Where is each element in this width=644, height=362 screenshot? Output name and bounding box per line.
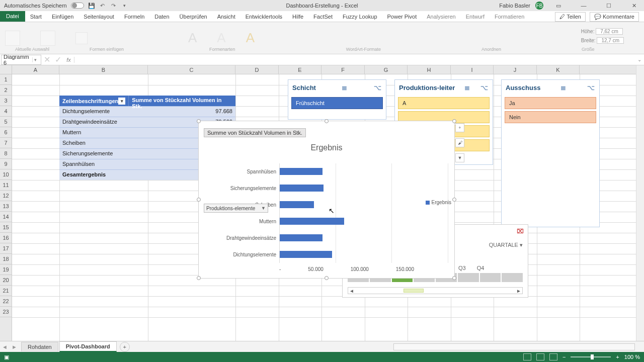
worksheet-grid[interactable]: ABCDEFGHIJK 1234567891011121314151617181…: [0, 65, 644, 341]
tab-formatieren[interactable]: Formatieren: [490, 12, 529, 22]
zoom-out-icon[interactable]: −: [562, 354, 566, 360]
clear-filter-icon[interactable]: ⌥: [373, 83, 382, 92]
sheet-tab-pivot-dashboard[interactable]: Pivot-Dashboard: [59, 341, 117, 352]
clear-timeline-icon[interactable]: ⌧: [517, 228, 524, 235]
chart-bar[interactable]: [280, 168, 323, 175]
column-header[interactable]: K: [537, 65, 580, 74]
chart-bar[interactable]: [280, 218, 344, 225]
pivot-filter-icon[interactable]: ▾: [118, 98, 125, 105]
vertical-scrollbar[interactable]: [636, 65, 644, 341]
zoom-level[interactable]: 100 %: [624, 354, 640, 360]
row-header[interactable]: 4: [0, 106, 12, 117]
tab-factset[interactable]: FactSet: [308, 12, 338, 22]
undo-icon[interactable]: ↶: [99, 2, 106, 9]
scroll-left-icon[interactable]: ◄: [348, 288, 355, 294]
chart-title[interactable]: Ergebnis: [199, 143, 454, 152]
slicer-item[interactable]: A: [398, 97, 490, 109]
row-header[interactable]: 2: [0, 85, 12, 96]
column-header[interactable]: J: [494, 65, 537, 74]
row-header[interactable]: 23: [0, 307, 12, 317]
tab-daten[interactable]: Daten: [149, 12, 174, 22]
slicer-schicht[interactable]: Schicht ≣ ⌥ Frühschicht: [288, 79, 386, 120]
row-header[interactable]: 13: [0, 201, 12, 212]
fx-icon[interactable]: fx: [63, 57, 74, 63]
close-icon[interactable]: ✕: [624, 0, 644, 11]
tab-seitenlayout[interactable]: Seitenlayout: [78, 12, 119, 22]
resize-handle[interactable]: [325, 276, 329, 280]
row-header[interactable]: 7: [0, 138, 12, 148]
tab-entwurf[interactable]: Entwurf: [461, 12, 490, 22]
row-header[interactable]: 11: [0, 180, 12, 191]
zoom-slider[interactable]: [571, 356, 611, 357]
formula-input[interactable]: [74, 55, 635, 65]
tab-einfuegen[interactable]: Einfügen: [47, 12, 78, 22]
name-box[interactable]: Diagramm 6▾: [1, 55, 41, 65]
sheet-nav-next-icon[interactable]: ►: [10, 344, 19, 350]
resize-handle[interactable]: [197, 198, 201, 202]
share-button[interactable]: 🖊 Teilen: [555, 12, 586, 22]
horizontal-scrollbar[interactable]: [393, 343, 635, 350]
qat-more-icon[interactable]: ▾: [121, 2, 128, 9]
resize-handle[interactable]: [197, 119, 201, 123]
chart-bar[interactable]: [280, 185, 324, 192]
autosave-toggle[interactable]: [71, 3, 84, 9]
resize-handle[interactable]: [452, 198, 456, 202]
zoom-in-icon[interactable]: +: [616, 354, 619, 360]
normal-view-icon[interactable]: [523, 353, 531, 360]
page-layout-view-icon[interactable]: [536, 353, 544, 360]
multiselect-icon[interactable]: ≣: [340, 83, 349, 92]
user-avatar[interactable]: FB: [535, 2, 543, 10]
row-header[interactable]: 8: [0, 148, 12, 159]
ribbon-mode-icon[interactable]: ▭: [548, 0, 569, 11]
chevron-down-icon[interactable]: ▾: [32, 57, 39, 62]
row-header[interactable]: 15: [0, 222, 12, 233]
slicer-ausschuss[interactable]: Ausschuss ≣ ⌥ Ja Nein: [501, 79, 600, 227]
record-macro-icon[interactable]: ▣: [4, 354, 9, 360]
row-header[interactable]: 17: [0, 243, 12, 254]
resize-handle[interactable]: [452, 276, 456, 280]
redo-icon[interactable]: ↷: [110, 2, 117, 9]
comments-button[interactable]: 💬 Kommentare: [590, 12, 639, 22]
file-tab[interactable]: Datei: [0, 11, 25, 22]
slicer-item[interactable]: Nein: [505, 111, 596, 123]
row-header[interactable]: 21: [0, 286, 12, 296]
row-header[interactable]: 1: [0, 74, 12, 85]
resize-handle[interactable]: [197, 276, 201, 280]
tab-start[interactable]: Start: [25, 12, 47, 22]
scroll-right-icon[interactable]: ►: [515, 288, 522, 294]
row-header[interactable]: 3: [0, 96, 12, 106]
sheet-tab-rohdaten[interactable]: Rohdaten: [21, 342, 58, 351]
column-header[interactable]: H: [408, 65, 451, 74]
column-header[interactable]: E: [279, 65, 321, 74]
resize-handle[interactable]: [325, 119, 329, 123]
row-header[interactable]: 10: [0, 169, 12, 180]
page-break-view-icon[interactable]: [549, 353, 557, 360]
column-header[interactable]: C: [148, 65, 235, 74]
slicer-item[interactable]: Ja: [505, 97, 596, 109]
multiselect-icon[interactable]: ≣: [559, 83, 568, 92]
slicer-item[interactable]: Frühschicht: [291, 97, 383, 109]
column-header[interactable]: I: [451, 65, 494, 74]
add-sheet-icon[interactable]: +: [120, 342, 130, 352]
column-header[interactable]: D: [235, 65, 279, 74]
tab-analysieren[interactable]: Analysieren: [422, 12, 460, 22]
timeline-level[interactable]: QUARTALE ▾: [489, 242, 523, 248]
tab-ansicht[interactable]: Ansicht: [212, 12, 240, 22]
chart-bar[interactable]: [280, 251, 332, 258]
pivot-row[interactable]: Dichtungselemente97.668: [59, 106, 235, 117]
select-all-corner[interactable]: [0, 65, 12, 74]
row-header[interactable]: 6: [0, 127, 12, 138]
tab-hilfe[interactable]: Hilfe: [287, 12, 308, 22]
chart-filter-icon[interactable]: ▼: [455, 153, 464, 162]
chart-plus-icon[interactable]: +: [455, 123, 464, 132]
multiselect-icon[interactable]: ≣: [463, 83, 472, 92]
tab-entwicklertools[interactable]: Entwicklertools: [240, 12, 287, 22]
tab-ueberpruefen[interactable]: Überprüfen: [175, 12, 212, 22]
chart-bar[interactable]: [280, 201, 314, 208]
chart-bar[interactable]: [280, 234, 323, 241]
row-header[interactable]: 14: [0, 212, 12, 222]
clear-filter-icon[interactable]: ⌥: [479, 83, 489, 92]
minimize-icon[interactable]: —: [574, 0, 594, 11]
expand-formula-icon[interactable]: ⌄: [635, 57, 644, 62]
row-header[interactable]: 18: [0, 254, 12, 264]
